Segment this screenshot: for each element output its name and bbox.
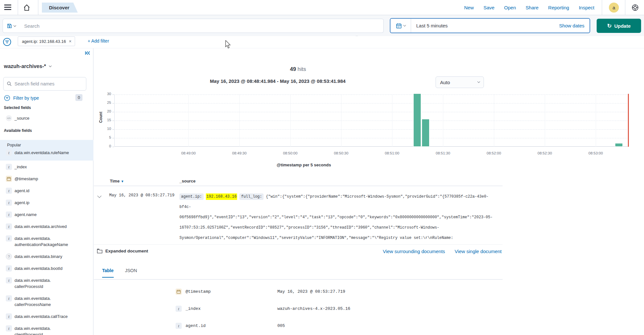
field-item-data-win-eventdata-callerProcessId[interactable]: tdata.win.eventdata.callerProcessId — [0, 277, 93, 290]
field-item-agent-name[interactable]: tagent.name — [0, 212, 93, 218]
histogram-bar-08:51:15[interactable] — [413, 94, 421, 147]
tab-json[interactable]: JSON — [125, 268, 137, 277]
filter-count-badge: 0 — [75, 94, 82, 101]
add-filter-link[interactable]: + Add filter — [88, 38, 109, 44]
column-source: _source — [179, 179, 196, 183]
selected-fields-heading: Selected fields — [4, 105, 31, 110]
string-field-icon: t — [6, 200, 12, 206]
doc-detail-row--index: t_indexwazuh-archives-4.x-2023.05.16 — [176, 300, 530, 317]
saved-query-menu-button[interactable] — [3, 19, 20, 33]
field-item--timestamp[interactable]: @timestamp — [0, 176, 93, 182]
y-tick-label: 15 — [99, 118, 111, 122]
field-label: @timestamp — [14, 176, 38, 182]
field-item-data-win-eventdata-ruleName[interactable]: tdata.win.eventdata.ruleName — [0, 150, 93, 156]
tick-mark — [112, 138, 114, 138]
nav-link-reporting[interactable]: Reporting — [548, 5, 569, 10]
x-tick-label: 08:53:00 — [578, 151, 613, 155]
field-search-box — [3, 77, 86, 91]
nav-link-open[interactable]: Open — [504, 5, 516, 10]
filter-bar: agent.ip: 192.168.43.16 × + Add filter — [0, 36, 644, 48]
field-item-data-win-eventdata-bootId[interactable]: tdata.win.eventdata.bootId — [0, 265, 93, 271]
field-label: agent.ip — [14, 200, 29, 206]
field-search-input[interactable] — [14, 81, 79, 86]
collapse-document-icon[interactable] — [98, 193, 103, 198]
histogram-bar-08:51:20[interactable] — [422, 119, 429, 147]
help-ring-icon[interactable] — [631, 4, 639, 13]
y-axis-title: Count — [99, 112, 103, 123]
string-field-icon: t — [6, 313, 12, 320]
string-field-icon: t — [6, 164, 12, 170]
query-bar: G DQL Last 5 minutes Show dates ↻ Update — [0, 15, 644, 36]
field-item-data-win-eventdata-authenticationPackageName[interactable]: tdata.win.eventdata.authenticationPackag… — [0, 235, 93, 248]
field-item-source[interactable]: </> _source — [0, 115, 93, 121]
field-badge-agent-ip: agent.ip: — [179, 193, 204, 200]
tab-table[interactable]: Table — [102, 268, 114, 278]
filter-by-type-button[interactable]: Filter by type — [4, 95, 39, 101]
gridline-y — [114, 138, 629, 138]
source-line: Sysmon/Operational","computer":"Windows1… — [179, 233, 500, 243]
gridline-x — [443, 94, 443, 147]
gridline-y — [114, 121, 629, 121]
field-item-data-win-eventdata-callerProcessName[interactable]: tdata.win.eventdata.callerProcessName — [0, 295, 93, 308]
nav-link-share[interactable]: Share — [526, 5, 539, 10]
histogram-bar-08:53:25[interactable] — [615, 143, 623, 147]
popular-fields-section: Popular tdata.win.eventdata.ruleName — [0, 140, 93, 161]
chevron-down-icon — [403, 24, 406, 26]
home-icon[interactable] — [23, 4, 31, 13]
tab-discover[interactable]: Discover — [42, 3, 78, 13]
view-single-document-link[interactable]: View single document — [455, 249, 502, 254]
gridline-y — [114, 103, 629, 103]
field-item-data-win-eventdata-binary[interactable]: ?data.win.eventdata.binary — [0, 253, 93, 260]
divider — [602, 0, 602, 15]
time-range-value[interactable]: Last 5 minutes — [411, 23, 559, 28]
nav-link-save[interactable]: Save — [484, 5, 495, 10]
string-field-icon: t — [6, 212, 12, 218]
x-tick-label: 08:51:30 — [425, 151, 461, 155]
field-item-agent-id[interactable]: tagent.id — [0, 188, 93, 194]
field-label: agent.id — [14, 188, 29, 194]
view-surrounding-documents-link[interactable]: View surrounding documents — [383, 249, 445, 254]
remove-filter-icon[interactable]: × — [69, 39, 72, 44]
show-dates-link[interactable]: Show dates — [559, 23, 590, 28]
nav-link-new[interactable]: New — [464, 5, 474, 10]
field-label: data.win.eventdata.ruleName — [14, 150, 69, 156]
field-item-data-win-eventdata-callTrace[interactable]: tdata.win.eventdata.callTrace — [0, 313, 93, 320]
field-item-data-win-eventdata-archived[interactable]: tdata.win.eventdata.archived — [0, 223, 93, 230]
interval-select[interactable]: Auto — [436, 76, 484, 88]
doc-detail-row--timestamp: @timestampMay 16, 2023 @ 08:53:27.719 — [176, 283, 530, 300]
avatar[interactable]: a — [609, 3, 619, 13]
sort-desc-icon: ▼ — [121, 180, 124, 183]
index-pattern-selector[interactable]: wazuh-archives-* — [4, 64, 51, 69]
doc-detail-row-agent-id: tagent.id005 — [176, 317, 530, 334]
filter-pill-agent-ip[interactable]: agent.ip: 192.168.43.16 × — [18, 36, 75, 46]
field-label: agent.name — [14, 212, 37, 218]
expanded-document-label: Expanded document — [105, 249, 148, 253]
field-item-agent-ip[interactable]: tagent.ip — [0, 200, 93, 206]
search-input[interactable] — [20, 19, 384, 33]
filter-by-type-label: Filter by type — [13, 95, 39, 101]
x-tick-label: 08:52:00 — [476, 151, 512, 155]
x-tick-label: 08:50:30 — [323, 151, 359, 155]
nav-actions: NewSaveOpenShareReportingInspect — [464, 0, 594, 15]
string-field-icon: t — [6, 325, 12, 331]
update-button[interactable]: ↻ Update — [597, 19, 641, 33]
tick-mark — [112, 121, 114, 121]
nav-link-inspect[interactable]: Inspect — [579, 5, 594, 10]
detail-field-name: @timestamp — [186, 289, 277, 294]
gridline-x — [494, 94, 494, 147]
unknown-field-icon: ? — [6, 253, 12, 260]
fields-sidebar: wazuh-archives-* Filter by type 0 Select… — [0, 48, 93, 335]
collapse-sidebar-icon[interactable] — [85, 50, 91, 57]
quick-select-calendar-button[interactable] — [390, 19, 411, 33]
gridline-x — [239, 94, 240, 147]
filter-options-icon[interactable] — [3, 37, 12, 48]
divider — [94, 244, 503, 245]
field-item-data-win-eventdata-clientProcessId[interactable]: tdata.win.eventdata.clientProcessId — [0, 325, 93, 335]
date-field-icon — [6, 176, 12, 182]
column-time-sort[interactable]: Time▼ — [110, 179, 124, 183]
menu-icon[interactable] — [4, 5, 11, 10]
gridline-x — [341, 94, 341, 147]
field-item--index[interactable]: t_index — [0, 164, 93, 170]
divider — [38, 0, 38, 15]
string-field-icon: t — [6, 277, 12, 283]
